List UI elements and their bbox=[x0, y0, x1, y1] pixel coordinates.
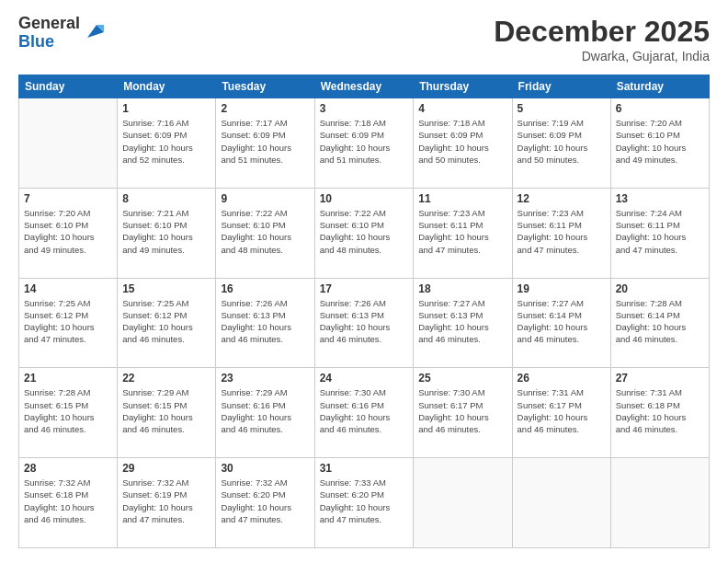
day-number: 4 bbox=[418, 102, 506, 115]
calendar-cell: 29Sunrise: 7:32 AM Sunset: 6:19 PM Dayli… bbox=[118, 458, 216, 548]
day-number: 21 bbox=[24, 372, 112, 385]
calendar-cell: 23Sunrise: 7:29 AM Sunset: 6:16 PM Dayli… bbox=[216, 368, 314, 458]
calendar-cell bbox=[414, 458, 512, 548]
day-info: Sunrise: 7:29 AM Sunset: 6:16 PM Dayligh… bbox=[221, 386, 309, 435]
calendar-cell: 17Sunrise: 7:26 AM Sunset: 6:13 PM Dayli… bbox=[314, 278, 414, 368]
calendar-cell: 27Sunrise: 7:31 AM Sunset: 6:18 PM Dayli… bbox=[610, 368, 709, 458]
day-number: 17 bbox=[320, 282, 409, 295]
day-number: 26 bbox=[518, 372, 606, 385]
day-header-monday: Monday bbox=[118, 75, 216, 98]
calendar-cell: 30Sunrise: 7:32 AM Sunset: 6:20 PM Dayli… bbox=[216, 458, 314, 548]
day-info: Sunrise: 7:30 AM Sunset: 6:16 PM Dayligh… bbox=[320, 386, 409, 435]
calendar-cell: 19Sunrise: 7:27 AM Sunset: 6:14 PM Dayli… bbox=[512, 278, 610, 368]
day-info: Sunrise: 7:27 AM Sunset: 6:14 PM Dayligh… bbox=[518, 297, 606, 346]
day-info: Sunrise: 7:32 AM Sunset: 6:20 PM Dayligh… bbox=[221, 477, 309, 525]
day-number: 3 bbox=[320, 102, 409, 115]
day-header-sunday: Sunday bbox=[19, 75, 118, 98]
calendar-cell: 13Sunrise: 7:24 AM Sunset: 6:11 PM Dayli… bbox=[610, 188, 709, 278]
day-number: 14 bbox=[24, 282, 112, 295]
day-number: 7 bbox=[24, 192, 112, 205]
calendar-cell: 7Sunrise: 7:20 AM Sunset: 6:10 PM Daylig… bbox=[19, 188, 118, 278]
calendar-week-4: 28Sunrise: 7:32 AM Sunset: 6:18 PM Dayli… bbox=[19, 458, 710, 548]
calendar-cell: 26Sunrise: 7:31 AM Sunset: 6:17 PM Dayli… bbox=[512, 368, 610, 458]
calendar-cell: 15Sunrise: 7:25 AM Sunset: 6:12 PM Dayli… bbox=[118, 278, 216, 368]
day-info: Sunrise: 7:18 AM Sunset: 6:09 PM Dayligh… bbox=[320, 117, 409, 166]
day-info: Sunrise: 7:33 AM Sunset: 6:20 PM Dayligh… bbox=[320, 477, 409, 525]
day-info: Sunrise: 7:16 AM Sunset: 6:09 PM Dayligh… bbox=[122, 117, 210, 166]
day-info: Sunrise: 7:24 AM Sunset: 6:11 PM Dayligh… bbox=[616, 207, 704, 256]
calendar-cell: 11Sunrise: 7:23 AM Sunset: 6:11 PM Dayli… bbox=[414, 188, 512, 278]
calendar-cell: 4Sunrise: 7:18 AM Sunset: 6:09 PM Daylig… bbox=[414, 98, 512, 189]
day-info: Sunrise: 7:31 AM Sunset: 6:17 PM Dayligh… bbox=[518, 386, 606, 435]
calendar-cell bbox=[512, 458, 610, 548]
day-info: Sunrise: 7:22 AM Sunset: 6:10 PM Dayligh… bbox=[320, 207, 409, 256]
calendar-cell: 18Sunrise: 7:27 AM Sunset: 6:13 PM Dayli… bbox=[414, 278, 512, 368]
day-info: Sunrise: 7:19 AM Sunset: 6:09 PM Dayligh… bbox=[518, 117, 606, 166]
calendar-cell bbox=[19, 98, 118, 189]
day-number: 20 bbox=[616, 282, 704, 295]
day-info: Sunrise: 7:27 AM Sunset: 6:13 PM Dayligh… bbox=[418, 297, 506, 346]
day-number: 30 bbox=[221, 462, 309, 475]
header: General Blue December 2025 Dwarka, Gujar… bbox=[18, 15, 710, 63]
day-info: Sunrise: 7:26 AM Sunset: 6:13 PM Dayligh… bbox=[320, 297, 409, 346]
logo: General Blue bbox=[18, 15, 104, 52]
day-info: Sunrise: 7:32 AM Sunset: 6:18 PM Dayligh… bbox=[24, 477, 112, 525]
day-info: Sunrise: 7:25 AM Sunset: 6:12 PM Dayligh… bbox=[24, 297, 112, 346]
day-info: Sunrise: 7:20 AM Sunset: 6:10 PM Dayligh… bbox=[616, 117, 704, 166]
day-info: Sunrise: 7:26 AM Sunset: 6:13 PM Dayligh… bbox=[221, 297, 309, 346]
calendar-cell: 20Sunrise: 7:28 AM Sunset: 6:14 PM Dayli… bbox=[610, 278, 709, 368]
day-header-wednesday: Wednesday bbox=[314, 75, 414, 98]
calendar-week-2: 14Sunrise: 7:25 AM Sunset: 6:12 PM Dayli… bbox=[19, 278, 710, 368]
day-info: Sunrise: 7:17 AM Sunset: 6:09 PM Dayligh… bbox=[221, 117, 309, 166]
calendar-cell: 1Sunrise: 7:16 AM Sunset: 6:09 PM Daylig… bbox=[118, 98, 216, 189]
day-info: Sunrise: 7:23 AM Sunset: 6:11 PM Dayligh… bbox=[518, 207, 606, 256]
day-info: Sunrise: 7:18 AM Sunset: 6:09 PM Dayligh… bbox=[418, 117, 506, 166]
month-title: December 2025 bbox=[494, 15, 710, 49]
day-header-friday: Friday bbox=[512, 75, 610, 98]
day-header-thursday: Thursday bbox=[414, 75, 512, 98]
day-header-saturday: Saturday bbox=[610, 75, 709, 98]
logo-general: General bbox=[18, 15, 80, 33]
day-number: 5 bbox=[518, 102, 606, 115]
calendar-cell: 12Sunrise: 7:23 AM Sunset: 6:11 PM Dayli… bbox=[512, 188, 610, 278]
day-number: 31 bbox=[320, 462, 409, 475]
day-number: 19 bbox=[518, 282, 606, 295]
day-number: 1 bbox=[122, 102, 210, 115]
day-number: 11 bbox=[418, 192, 506, 205]
calendar-week-0: 1Sunrise: 7:16 AM Sunset: 6:09 PM Daylig… bbox=[19, 98, 710, 189]
day-number: 13 bbox=[616, 192, 704, 205]
logo-blue: Blue bbox=[18, 33, 80, 52]
day-number: 18 bbox=[418, 282, 506, 295]
day-number: 27 bbox=[616, 372, 704, 385]
day-number: 9 bbox=[221, 192, 309, 205]
calendar-cell: 24Sunrise: 7:30 AM Sunset: 6:16 PM Dayli… bbox=[314, 368, 414, 458]
calendar-week-1: 7Sunrise: 7:20 AM Sunset: 6:10 PM Daylig… bbox=[19, 188, 710, 278]
day-number: 6 bbox=[616, 102, 704, 115]
day-info: Sunrise: 7:20 AM Sunset: 6:10 PM Dayligh… bbox=[24, 207, 112, 256]
calendar-cell: 21Sunrise: 7:28 AM Sunset: 6:15 PM Dayli… bbox=[19, 368, 118, 458]
calendar-header-row: SundayMondayTuesdayWednesdayThursdayFrid… bbox=[19, 75, 710, 98]
day-info: Sunrise: 7:32 AM Sunset: 6:19 PM Dayligh… bbox=[122, 477, 210, 525]
day-number: 22 bbox=[122, 372, 210, 385]
day-info: Sunrise: 7:25 AM Sunset: 6:12 PM Dayligh… bbox=[122, 297, 210, 346]
day-info: Sunrise: 7:30 AM Sunset: 6:17 PM Dayligh… bbox=[418, 386, 506, 435]
calendar-cell: 22Sunrise: 7:29 AM Sunset: 6:15 PM Dayli… bbox=[118, 368, 216, 458]
day-number: 2 bbox=[221, 102, 309, 115]
calendar-cell: 14Sunrise: 7:25 AM Sunset: 6:12 PM Dayli… bbox=[19, 278, 118, 368]
day-number: 8 bbox=[122, 192, 210, 205]
title-block: December 2025 Dwarka, Gujarat, India bbox=[494, 15, 710, 63]
day-number: 16 bbox=[221, 282, 309, 295]
calendar-cell: 16Sunrise: 7:26 AM Sunset: 6:13 PM Dayli… bbox=[216, 278, 314, 368]
day-number: 15 bbox=[122, 282, 210, 295]
day-number: 28 bbox=[24, 462, 112, 475]
day-info: Sunrise: 7:29 AM Sunset: 6:15 PM Dayligh… bbox=[122, 386, 210, 435]
calendar-cell: 2Sunrise: 7:17 AM Sunset: 6:09 PM Daylig… bbox=[216, 98, 314, 189]
day-number: 24 bbox=[320, 372, 409, 385]
calendar-cell: 3Sunrise: 7:18 AM Sunset: 6:09 PM Daylig… bbox=[314, 98, 414, 189]
day-number: 23 bbox=[221, 372, 309, 385]
calendar-cell: 9Sunrise: 7:22 AM Sunset: 6:10 PM Daylig… bbox=[216, 188, 314, 278]
calendar-cell: 31Sunrise: 7:33 AM Sunset: 6:20 PM Dayli… bbox=[314, 458, 414, 548]
day-number: 12 bbox=[518, 192, 606, 205]
day-info: Sunrise: 7:31 AM Sunset: 6:18 PM Dayligh… bbox=[616, 386, 704, 435]
calendar-cell: 8Sunrise: 7:21 AM Sunset: 6:10 PM Daylig… bbox=[118, 188, 216, 278]
